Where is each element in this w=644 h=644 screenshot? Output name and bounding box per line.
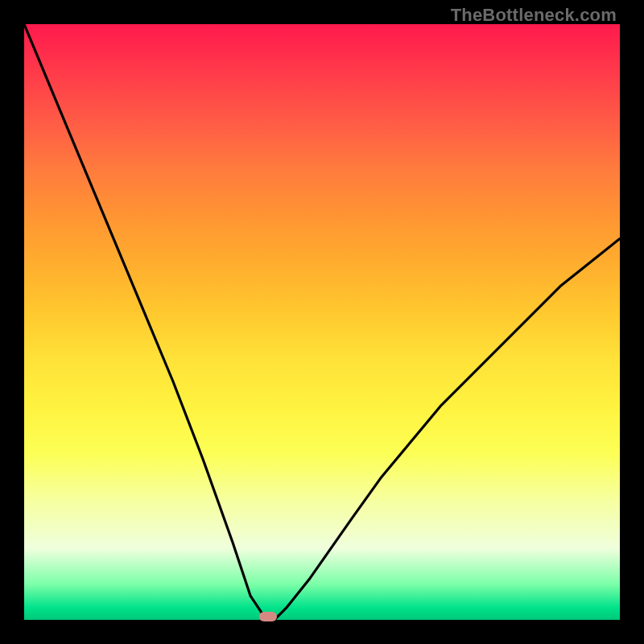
frame: TheBottleneck.com (0, 0, 644, 644)
watermark-text: TheBottleneck.com (451, 5, 617, 26)
curve-svg (24, 24, 620, 620)
bottleneck-curve (24, 24, 620, 620)
minimum-marker (259, 612, 277, 621)
plot-area (24, 24, 620, 620)
